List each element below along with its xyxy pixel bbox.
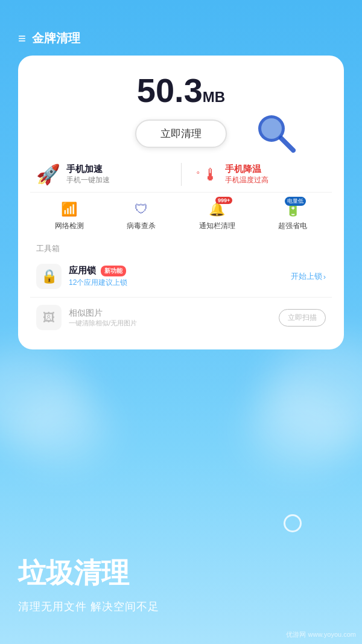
similar-images-section: 🖼 相似图片 一键清除相似/无用图片 立即扫描 xyxy=(30,297,332,337)
app-header: ≡ 金牌清理 xyxy=(0,0,362,56)
wifi-icon: 📶 xyxy=(61,202,77,217)
acceleration-text: 手机加速 手机一键加速 xyxy=(66,164,110,185)
magnifier-icon xyxy=(253,110,296,153)
thermometer-wrap: ° 🌡 xyxy=(197,165,220,185)
similar-text: 相似图片 一键清除相似/无用图片 xyxy=(69,308,272,328)
feature-network[interactable]: 📶 网络检测 xyxy=(55,202,84,231)
scan-button[interactable]: 立即扫描 xyxy=(279,309,326,327)
similar-subtitle: 一键清除相似/无用图片 xyxy=(69,319,272,328)
storage-size-value: 50.3 xyxy=(137,71,203,109)
svg-line-2 xyxy=(281,138,293,150)
acceleration-subtitle: 手机一键加速 xyxy=(66,175,110,185)
network-label: 网络检测 xyxy=(55,221,84,231)
shield-icon: 🛡 xyxy=(135,202,148,217)
cloud-decoration-4 xyxy=(247,386,356,471)
battery-label: 超强省电 xyxy=(278,221,307,231)
rocket-icon: 🚀 xyxy=(36,163,60,186)
start-lock-label: 开始上锁 xyxy=(291,271,322,282)
feature-acceleration[interactable]: 🚀 手机加速 手机一键加速 xyxy=(36,163,166,186)
battery-badge: 电量低 xyxy=(285,197,306,206)
similar-title: 相似图片 xyxy=(69,308,272,319)
app-lock-item[interactable]: 🔒 应用锁 新功能 12个应用建议上锁 开始上锁 › xyxy=(36,259,326,294)
cooling-subtitle: 手机温度过高 xyxy=(225,175,268,185)
main-card: 50.3MB 立即清理 🚀 手机加速 手机一键加速 ° 🌡 xyxy=(18,56,344,349)
app-lock-title: 应用锁 xyxy=(69,265,96,276)
acceleration-title: 手机加速 xyxy=(66,164,110,175)
chevron-right-icon: › xyxy=(323,272,326,281)
bottom-subtitle: 清理无用文件 解决空间不足 xyxy=(18,599,344,614)
app-lock-title-row: 应用锁 新功能 xyxy=(69,265,284,276)
circle-decoration xyxy=(284,514,302,532)
vertical-divider xyxy=(181,163,182,186)
antivirus-label: 病毒查杀 xyxy=(127,221,156,231)
feature-battery[interactable]: 🔋 电量低 超强省电 xyxy=(278,202,307,231)
lock-emoji: 🔒 xyxy=(41,269,57,284)
toolbox-section: 工具箱 🔒 应用锁 新功能 12个应用建议上锁 开始上锁 › xyxy=(30,237,332,297)
app-title: 金牌清理 xyxy=(32,30,80,46)
start-lock-button[interactable]: 开始上锁 › xyxy=(291,271,326,282)
bell-icon-wrap: 🔔 999+ xyxy=(209,202,225,217)
wifi-icon-wrap: 📶 xyxy=(61,202,77,217)
feature-cooling[interactable]: ° 🌡 手机降温 手机温度过高 xyxy=(197,163,326,186)
storage-display: 50.3MB xyxy=(30,74,332,107)
shield-icon-wrap: 🛡 xyxy=(135,202,148,217)
image-icon: 🖼 xyxy=(36,305,62,330)
storage-unit: MB xyxy=(203,89,225,105)
image-emoji: 🖼 xyxy=(43,311,55,325)
cooling-text: 手机降温 手机温度过高 xyxy=(225,164,268,185)
bottom-title: 垃圾清理 xyxy=(18,555,344,592)
svg-point-1 xyxy=(261,118,282,139)
new-feature-badge: 新功能 xyxy=(101,266,126,276)
toolbox-label: 工具箱 xyxy=(36,243,326,254)
clean-button-wrapper: 立即清理 xyxy=(30,120,332,148)
feature-notification[interactable]: 🔔 999+ 通知栏清理 xyxy=(199,202,235,231)
menu-icon[interactable]: ≡ xyxy=(18,31,26,46)
lock-icon: 🔒 xyxy=(36,264,62,289)
app-lock-text: 应用锁 新功能 12个应用建议上锁 xyxy=(69,265,284,288)
clean-button[interactable]: 立即清理 xyxy=(135,120,227,148)
feature-row-tools: 📶 网络检测 🛡 病毒查杀 🔔 999+ 通知栏清理 🔋 电量低 超强省电 xyxy=(30,193,332,237)
notification-label: 通知栏清理 xyxy=(199,221,235,231)
bottom-section: 垃圾清理 清理无用文件 解决空间不足 xyxy=(0,537,362,644)
cooling-title: 手机降温 xyxy=(225,164,268,175)
thermo-dot: ° xyxy=(197,170,200,179)
cloud-decoration-3 xyxy=(12,392,109,465)
battery-icon-wrap: 🔋 电量低 xyxy=(285,202,301,217)
app-lock-subtitle: 12个应用建议上锁 xyxy=(69,278,284,288)
notification-badge: 999+ xyxy=(215,197,232,204)
thermometer-icon: 🌡 xyxy=(202,165,219,185)
feature-antivirus[interactable]: 🛡 病毒查杀 xyxy=(127,202,156,231)
feature-row-acceleration: 🚀 手机加速 手机一键加速 ° 🌡 手机降温 手机温度过高 xyxy=(30,154,332,193)
